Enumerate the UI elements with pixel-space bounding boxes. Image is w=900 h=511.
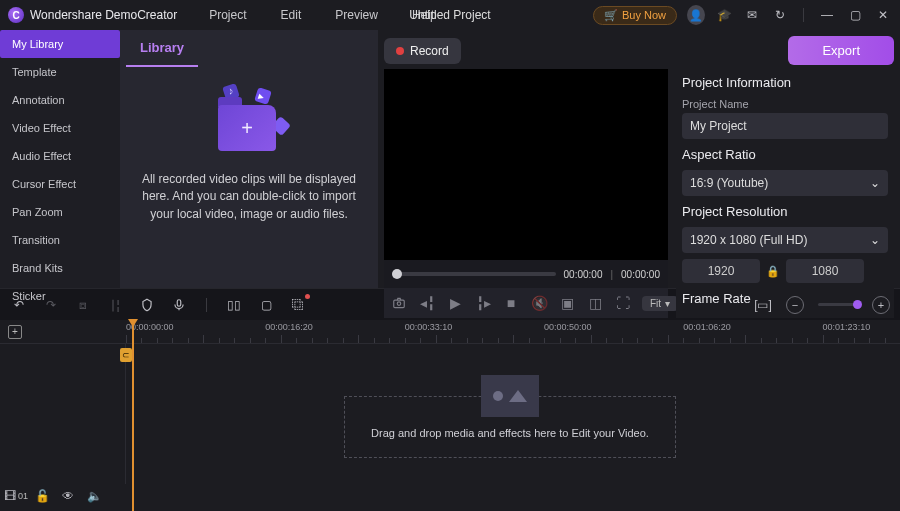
fullscreen-icon[interactable]: ⛶ [614, 294, 632, 312]
mail-icon[interactable]: ✉ [743, 6, 761, 24]
folder-icon: + [218, 105, 276, 151]
grid-icon[interactable]: ◫ [586, 294, 604, 312]
buy-now-label: Buy Now [622, 9, 666, 21]
zoom-in-icon[interactable]: + [872, 296, 890, 314]
clip-marker[interactable]: ⊂ [120, 348, 132, 362]
group-icon[interactable]: ▯▯ [225, 296, 243, 314]
ruler-tick: 00:01:06:20 [683, 322, 731, 332]
time-total: 00:00:00 [621, 269, 660, 280]
account-icon[interactable]: 👤 [687, 6, 705, 24]
crop-icon[interactable]: ⧈ [74, 296, 92, 314]
divider [206, 298, 207, 312]
resolution-value: 1920 x 1080 (Full HD) [690, 233, 807, 247]
video-chip-icon [254, 87, 272, 105]
import-illustration[interactable]: ♪ + [204, 91, 294, 161]
zoom-slider[interactable] [818, 303, 858, 306]
drop-zone[interactable]: Drag and drop media and effects here to … [344, 396, 676, 458]
close-icon[interactable]: ✕ [874, 6, 892, 24]
media-placeholder-icon [481, 375, 539, 417]
time-ruler[interactable]: 00:00:00:00 00:00:16:20 00:00:33:10 00:0… [126, 320, 900, 343]
playhead[interactable] [132, 320, 134, 511]
maximize-icon[interactable]: ▢ [846, 6, 864, 24]
voiceover-icon[interactable] [170, 296, 188, 314]
menu-edit[interactable]: Edit [267, 8, 316, 22]
plus-icon: + [241, 117, 253, 140]
sidebar-item-pan-zoom[interactable]: Pan Zoom [0, 198, 120, 226]
chevron-down-icon: ▾ [665, 298, 670, 309]
update-icon[interactable]: ↻ [771, 6, 789, 24]
aspect-ratio-label: Aspect Ratio [682, 147, 888, 162]
sidebar-item-annotation[interactable]: Annotation [0, 86, 120, 114]
info-heading: Project Information [682, 75, 888, 90]
stop-icon[interactable]: ■ [502, 294, 520, 312]
height-field[interactable]: 1080 [786, 259, 864, 283]
visibility-icon[interactable]: 👁 [60, 488, 76, 504]
project-title: Untitled Project [409, 8, 490, 22]
snapshot-icon[interactable] [390, 294, 408, 312]
sidebar-item-audio-effect[interactable]: Audio Effect [0, 142, 120, 170]
safe-zone-icon[interactable]: ▣ [558, 294, 576, 312]
next-frame-icon[interactable]: ╏▸ [474, 294, 492, 312]
link-icon[interactable]: ⿻ [289, 296, 307, 314]
track-area[interactable]: Drag and drop media and effects here to … [126, 344, 900, 484]
minimize-icon[interactable]: — [818, 6, 836, 24]
redo-icon[interactable]: ↷ [42, 296, 60, 314]
resolution-select[interactable]: 1920 x 1080 (Full HD) ⌄ [682, 227, 888, 253]
project-name-label: Project Name [682, 98, 888, 110]
buy-now-button[interactable]: 🛒 Buy Now [593, 6, 677, 25]
sidebar-item-template[interactable]: Template [0, 58, 120, 86]
fit-timeline-icon[interactable]: [▭] [754, 296, 772, 314]
split-icon[interactable]: ∣¦ [106, 296, 124, 314]
time-current: 00:00:00 [564, 269, 603, 280]
add-track-button[interactable]: + [8, 325, 22, 339]
sidebar-item-my-library[interactable]: My Library [0, 30, 120, 58]
aspect-ratio-select[interactable]: 16:9 (Youtube) ⌄ [682, 170, 888, 196]
library-panel: Library ♪ + All recorded video clips wil… [120, 30, 378, 288]
fit-dropdown[interactable]: Fit▾ [642, 296, 678, 311]
svg-rect-2 [177, 299, 181, 305]
video-canvas[interactable] [384, 69, 668, 260]
seek-slider[interactable] [392, 272, 556, 276]
record-label: Record [410, 44, 449, 58]
sidebar-item-transition[interactable]: Transition [0, 226, 120, 254]
track-headers [0, 344, 126, 484]
ungroup-icon[interactable]: ▢ [257, 296, 275, 314]
menu-project[interactable]: Project [195, 8, 260, 22]
ruler-tick: 00:01:23:10 [823, 322, 871, 332]
unlock-icon[interactable]: 🔓 [34, 488, 50, 504]
sidebar-item-brand-kits[interactable]: Brand Kits [0, 254, 120, 282]
track-count-icon[interactable]: 🎞01 [8, 488, 24, 504]
zoom-out-icon[interactable]: − [786, 296, 804, 314]
undo-icon[interactable]: ↶ [10, 296, 28, 314]
volume-icon[interactable]: 🔇 [530, 294, 548, 312]
project-info-panel: Project Information Project Name Aspect … [676, 69, 894, 318]
sidebar-item-video-effect[interactable]: Video Effect [0, 114, 120, 142]
sidebar: My Library Template Annotation Video Eff… [0, 30, 120, 288]
project-name-input[interactable] [682, 113, 888, 139]
ruler-tick: 00:00:33:10 [405, 322, 453, 332]
prev-frame-icon[interactable]: ◂╏ [418, 294, 436, 312]
cart-icon: 🛒 [604, 9, 618, 22]
timeline: + 00:00:00:00 00:00:16:20 00:00:33:10 00… [0, 320, 900, 511]
ruler-tick: 00:00:50:00 [544, 322, 592, 332]
chevron-down-icon: ⌄ [870, 233, 880, 247]
title-bar: C Wondershare DemoCreator Project Edit P… [0, 0, 900, 30]
export-button[interactable]: Export [788, 36, 894, 65]
app-logo: C [8, 7, 24, 23]
library-tab[interactable]: Library [126, 30, 198, 67]
aspect-ratio-value: 16:9 (Youtube) [690, 176, 768, 190]
play-icon[interactable]: ▶ [446, 294, 464, 312]
mute-track-icon[interactable]: 🔈 [86, 488, 102, 504]
width-field[interactable]: 1920 [682, 259, 760, 283]
resolution-label: Project Resolution [682, 204, 888, 219]
svg-point-1 [397, 302, 401, 306]
divider [803, 8, 804, 22]
sidebar-item-cursor-effect[interactable]: Cursor Effect [0, 170, 120, 198]
library-hint: All recorded video clips will be display… [120, 161, 378, 233]
record-button[interactable]: Record [384, 38, 461, 64]
ruler-tick: 00:00:16:20 [265, 322, 313, 332]
education-icon[interactable]: 🎓 [715, 6, 733, 24]
marker-icon[interactable] [138, 296, 156, 314]
menu-preview[interactable]: Preview [321, 8, 392, 22]
lock-icon[interactable]: 🔒 [766, 265, 780, 278]
